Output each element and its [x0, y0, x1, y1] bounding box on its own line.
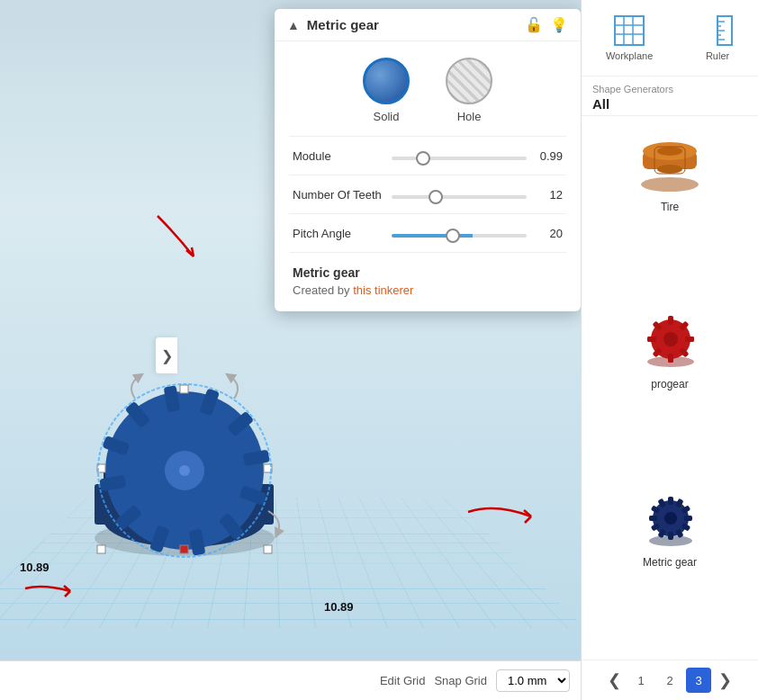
page-1-button[interactable]: 1 [628, 668, 654, 693]
svg-rect-63 [668, 354, 673, 363]
module-slider[interactable] [392, 157, 527, 160]
panel-back-button[interactable]: ▲ [287, 18, 300, 32]
snap-grid-select[interactable]: 1.0 mm 0.5 mm 2.0 mm [496, 669, 570, 692]
svg-rect-65 [647, 337, 656, 342]
bottom-toolbar: Edit Grid Snap Grid 1.0 mm 0.5 mm 2.0 mm [0, 660, 581, 700]
sg-title: Shape Generators [592, 84, 747, 94]
svg-rect-30 [180, 385, 188, 393]
svg-rect-61 [685, 337, 694, 342]
svg-point-69 [664, 512, 677, 525]
shape-card-metric-gear[interactable]: Metric gear [589, 479, 751, 652]
right-sidebar: Workplane Ruler Shape Generators All [581, 0, 758, 700]
progear-thumbnail [634, 310, 706, 372]
pitch-param-row: Pitch Angle 20 [275, 214, 581, 252]
pitch-slider[interactable] [392, 234, 527, 238]
module-slider-container [392, 148, 527, 164]
sidebar-tools: Workplane Ruler [582, 0, 758, 76]
workplane-icon [613, 14, 645, 47]
workplane-label: Workplane [606, 50, 653, 61]
svg-point-55 [663, 332, 678, 346]
solid-shape-label: Solid [374, 110, 400, 123]
hole-shape-label: Hole [457, 110, 482, 123]
svg-point-27 [179, 465, 190, 476]
tinkerer-link[interactable]: this tinkerer [353, 283, 413, 297]
svg-rect-76 [668, 532, 673, 540]
panel-title: Metric gear [307, 17, 518, 32]
tire-thumbnail [634, 132, 706, 195]
shape-card-progear[interactable]: progear [589, 301, 751, 474]
pitch-label: Pitch Angle [293, 227, 383, 240]
shape-card-tire[interactable]: Tire [589, 123, 751, 297]
page-3-button[interactable]: 3 [686, 668, 711, 693]
svg-rect-56 [668, 316, 673, 325]
svg-rect-32 [97, 545, 105, 553]
shapes-grid: Tire [582, 116, 758, 660]
shape-generators-header: Shape Generators All [582, 76, 758, 116]
metric-gear-thumbnail [634, 488, 706, 551]
dimension-label-left: 10.89 [20, 561, 50, 574]
teeth-slider-container [392, 186, 527, 202]
panel-lock-button[interactable]: 🔓 [525, 16, 543, 33]
gear-info-section: Metric gear Created by this tinkerer [275, 253, 581, 311]
svg-rect-33 [264, 545, 272, 553]
solid-shape-option[interactable]: Solid [363, 58, 410, 123]
svg-rect-79 [649, 516, 657, 521]
module-value: 0.99 [536, 149, 563, 163]
gear-info-created: Created by this tinkerer [293, 283, 563, 297]
svg-point-51 [657, 165, 682, 174]
teeth-value: 12 [536, 188, 563, 202]
shape-type-selector: Solid Hole [275, 41, 581, 136]
teeth-param-row: Number Of Teeth 12 [275, 175, 581, 213]
svg-rect-31 [180, 545, 188, 553]
ruler-label: Ruler [706, 50, 729, 61]
pitch-slider-container [392, 225, 527, 241]
svg-rect-73 [684, 516, 692, 521]
progear-shape-name: progear [651, 378, 688, 390]
gear-settings-panel: ▲ Metric gear 🔓 💡 Solid Hole Module 0.99… [275, 9, 581, 311]
red-arrow-1 [140, 198, 248, 292]
teeth-slider[interactable] [392, 195, 527, 199]
module-label: Module [293, 149, 383, 163]
prev-page-button[interactable]: ❮ [604, 670, 625, 690]
chevron-right-icon: ❯ [161, 347, 173, 364]
svg-rect-35 [615, 16, 644, 45]
pitch-value: 20 [536, 227, 563, 240]
teeth-label: Number Of Teeth [293, 188, 383, 202]
metric-gear-shape-name: Metric gear [643, 556, 697, 569]
workplane-tool[interactable]: Workplane [595, 9, 663, 67]
module-param-row: Module 0.99 [275, 137, 581, 175]
svg-point-46 [641, 177, 699, 192]
hole-shape-icon [446, 58, 492, 104]
pagination: ❮ 1 2 3 ❯ [582, 660, 758, 700]
svg-rect-70 [668, 497, 673, 505]
edit-grid-button[interactable]: Edit Grid [380, 674, 426, 687]
page-2-button[interactable]: 2 [657, 668, 682, 693]
gear-info-title: Metric gear [293, 265, 563, 280]
tire-shape-name: Tire [661, 201, 679, 213]
snap-grid-label: Snap Grid [434, 674, 487, 687]
solid-shape-icon [363, 58, 410, 104]
svg-point-50 [657, 147, 682, 156]
gear-3d-object[interactable] [45, 331, 315, 565]
panel-header: ▲ Metric gear 🔓 💡 [275, 9, 581, 41]
next-page-button[interactable]: ❯ [715, 670, 735, 690]
ruler-tool[interactable]: Ruler [690, 9, 744, 67]
panel-light-button[interactable]: 💡 [550, 16, 568, 33]
sg-filter: All [592, 96, 747, 112]
ruler-icon [701, 14, 734, 47]
hole-shape-option[interactable]: Hole [446, 58, 492, 123]
dimension-label-bottom: 10.89 [324, 600, 354, 614]
panel-collapse-chevron[interactable]: ❯ [156, 337, 177, 373]
